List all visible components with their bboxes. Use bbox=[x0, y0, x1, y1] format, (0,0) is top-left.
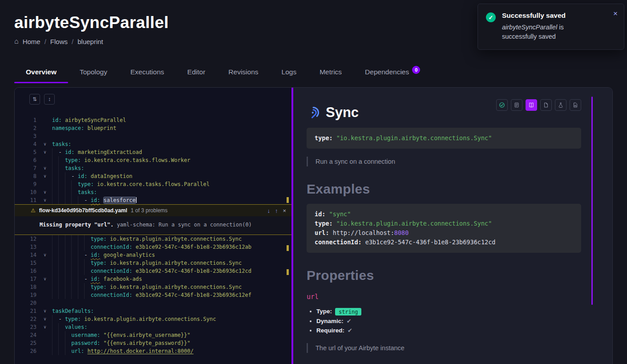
breadcrumb-separator: / bbox=[44, 38, 46, 45]
property-name-url: url bbox=[307, 293, 581, 301]
property-attribute: Required:✔ bbox=[316, 326, 581, 335]
page-title: airbyteSyncParallel bbox=[14, 13, 169, 32]
code-line[interactable]: 4∨tasks: bbox=[15, 140, 291, 148]
code-line[interactable]: 9type: io.kestra.core.tasks.flows.Parall… bbox=[15, 180, 291, 188]
tabs: OverviewTopologyExecutionsEditorRevision… bbox=[14, 63, 432, 83]
fold-chevron-icon[interactable]: ∨ bbox=[40, 172, 50, 180]
breadcrumb-separator: / bbox=[72, 38, 73, 45]
check-icon: ✔ bbox=[348, 327, 352, 334]
tab-topology[interactable]: Topology bbox=[68, 63, 119, 83]
schema-file-icon[interactable] bbox=[540, 99, 552, 111]
code-line[interactable]: 10∨tasks: bbox=[15, 188, 291, 196]
toast-success: ✓ Successfully saved airbyteSyncParallel… bbox=[477, 4, 624, 50]
success-check-icon: ✓ bbox=[486, 12, 496, 22]
check-icon: ✔ bbox=[347, 318, 352, 324]
dependencies-count-badge: 0 bbox=[412, 66, 420, 74]
fold-chevron-icon[interactable]: ∨ bbox=[40, 275, 50, 283]
fold-chevron-icon[interactable]: ∨ bbox=[40, 140, 50, 148]
problem-message-rest: yaml-schema: Run a sync on a connection(… bbox=[113, 222, 252, 228]
breadcrumb-namespace[interactable]: blueprint bbox=[77, 38, 103, 45]
docs-panel: Sync type: "io.kestra.plugin.airbyte.con… bbox=[293, 88, 612, 364]
code-line[interactable]: 7∨tasks: bbox=[15, 164, 291, 172]
code-line[interactable]: 8∨- id: dataIngestion bbox=[15, 172, 291, 180]
warning-ruler-mark bbox=[287, 269, 289, 275]
code-line[interactable]: 25password: "{{envs.airbyte_password}}" bbox=[15, 339, 291, 347]
code-line[interactable]: 17∨- id: facebook-ads bbox=[15, 275, 291, 283]
type-badge: string bbox=[335, 308, 361, 315]
plugin-description: Run a sync on a connection bbox=[307, 157, 581, 166]
problems-count: 1 of 3 problems bbox=[131, 207, 168, 214]
home-icon[interactable]: ⌂ bbox=[14, 37, 19, 45]
property-attributes: Type:stringDynamic:✔Required:✔ bbox=[316, 307, 581, 335]
fold-chevron-icon[interactable]: ∨ bbox=[40, 315, 50, 323]
fold-chevron-icon[interactable]: ∨ bbox=[40, 307, 50, 315]
airbyte-plugin-icon bbox=[307, 106, 320, 119]
code-line[interactable]: 18type: io.kestra.plugin.airbyte.connect… bbox=[15, 283, 291, 291]
code-line[interactable]: 23∨values: bbox=[15, 323, 291, 331]
documentation-icon[interactable] bbox=[526, 99, 537, 111]
tests-icon[interactable] bbox=[555, 99, 566, 111]
close-problems-button[interactable]: × bbox=[283, 207, 286, 214]
code-line[interactable]: 11∨- id: salesforce bbox=[15, 196, 291, 204]
code-line[interactable]: 12type: io.kestra.plugin.airbyte.connect… bbox=[15, 235, 291, 243]
problem-message[interactable]: Missing property "url". yaml-schema: Run… bbox=[15, 216, 291, 235]
code-line[interactable]: 26url: http://host.docker.internal:8000/ bbox=[15, 347, 291, 355]
toast-close-button[interactable]: × bbox=[613, 10, 618, 17]
tab-logs[interactable]: Logs bbox=[270, 63, 308, 83]
validation-success-icon[interactable] bbox=[496, 99, 508, 111]
warning-ruler-mark bbox=[287, 197, 289, 203]
code-line[interactable]: 20 bbox=[15, 299, 291, 307]
fold-chevron-icon[interactable]: ∨ bbox=[40, 188, 50, 196]
tab-executions[interactable]: Executions bbox=[119, 63, 176, 83]
fold-chevron-icon[interactable]: ∨ bbox=[40, 196, 50, 204]
code-line[interactable]: 1id: airbyteSyncParallel bbox=[15, 116, 291, 124]
code-line[interactable]: 21∨taskDefaults: bbox=[15, 307, 291, 315]
source-file-icon[interactable] bbox=[511, 99, 522, 111]
tab-dependencies[interactable]: Dependencies0 bbox=[353, 63, 432, 83]
page-header: airbyteSyncParallel ⌂ Home / Flows / blu… bbox=[14, 13, 169, 45]
toast-message: airbyteSyncParallel is successfully save… bbox=[502, 23, 593, 41]
code-line[interactable]: 22∨- type: io.kestra.plugin.airbyte.conn… bbox=[15, 315, 291, 323]
next-problem-button[interactable]: ↓ bbox=[267, 207, 270, 214]
code-line[interactable]: 16connectionId: e3b1ce92-547c-436f-b1e8-… bbox=[15, 267, 291, 275]
fold-chevron-icon[interactable]: ∨ bbox=[40, 148, 50, 156]
tab-overview[interactable]: Overview bbox=[14, 63, 68, 83]
tab-metrics[interactable]: Metrics bbox=[308, 63, 353, 83]
expand-all-button[interactable]: ↕ bbox=[44, 94, 55, 105]
warning-icon: ⚠ bbox=[31, 207, 36, 214]
toast-flow-name: airbyteSyncParallel bbox=[502, 24, 557, 31]
warning-ruler-mark bbox=[287, 245, 289, 251]
property-attribute: Type:string bbox=[316, 307, 581, 316]
breadcrumb-flows[interactable]: Flows bbox=[50, 38, 68, 45]
breadcrumb-home[interactable]: Home bbox=[23, 38, 40, 45]
breadcrumb: ⌂ Home / Flows / blueprint bbox=[14, 37, 169, 45]
code-line[interactable]: 14∨- id: google-analytics bbox=[15, 251, 291, 259]
editor-toolbar: ⇅↕ bbox=[29, 94, 291, 105]
code-line[interactable]: 6type: io.kestra.core.tasks.flows.Worker bbox=[15, 156, 291, 164]
code-line[interactable]: 5∨- id: marketingExtractLoad bbox=[15, 148, 291, 156]
code-line[interactable]: 24username: "{{envs.airbyte_username}}" bbox=[15, 331, 291, 339]
prev-problem-button[interactable]: ↑ bbox=[275, 207, 278, 214]
code-line[interactable]: 2namespace: blueprint bbox=[15, 124, 291, 132]
toast-title: Successfully saved bbox=[502, 12, 593, 20]
type-code-block: type: "io.kestra.plugin.airbyte.connecti… bbox=[307, 128, 581, 149]
fold-chevron-icon[interactable]: ∨ bbox=[40, 323, 50, 331]
tab-editor[interactable]: Editor bbox=[176, 63, 217, 83]
tab-revisions[interactable]: Revisions bbox=[217, 63, 270, 83]
examples-heading: Examples bbox=[307, 182, 581, 197]
docs-scrollbar-thumb[interactable] bbox=[591, 97, 593, 305]
fold-chevron-icon[interactable]: ∨ bbox=[40, 164, 50, 172]
collapse-all-button[interactable]: ⇅ bbox=[29, 94, 40, 105]
code-line[interactable]: 3 bbox=[15, 132, 291, 140]
docs-toolbar bbox=[496, 99, 581, 111]
blueprints-icon[interactable] bbox=[570, 99, 581, 111]
code-line[interactable]: 13connectionId: e3b1ce92-547c-436f-b1e8-… bbox=[15, 243, 291, 251]
example-code-block: id: "sync"type: "io.kestra.plugin.airbyt… bbox=[307, 204, 581, 253]
code-line[interactable]: 19connectionId: e3b1ce92-547c-436f-b1e8-… bbox=[15, 291, 291, 299]
problem-message-bold: Missing property "url". bbox=[40, 222, 113, 228]
code-line[interactable]: 15type: io.kestra.plugin.airbyte.connect… bbox=[15, 259, 291, 267]
property-description: The url of your Airbyte instance bbox=[307, 343, 581, 353]
plugin-title: Sync bbox=[326, 105, 359, 121]
toast-content: Successfully saved airbyteSyncParallel i… bbox=[502, 12, 593, 41]
fold-chevron-icon[interactable]: ∨ bbox=[40, 251, 50, 259]
